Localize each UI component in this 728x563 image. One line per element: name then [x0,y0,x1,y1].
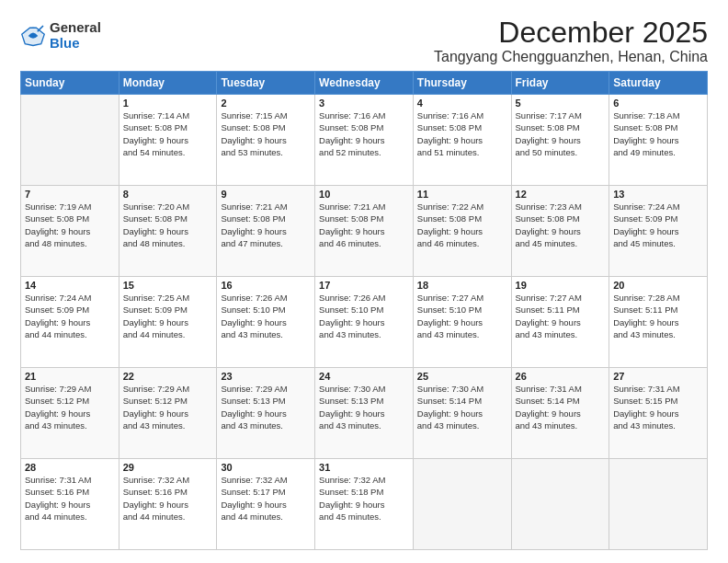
day-info: Sunrise: 7:20 AM Sunset: 5:08 PM Dayligh… [123,201,213,249]
logo-blue-label: Blue [50,36,101,52]
day-info: Sunrise: 7:29 AM Sunset: 5:12 PM Dayligh… [123,383,213,431]
calendar-cell: 30Sunrise: 7:32 AM Sunset: 5:17 PM Dayli… [217,459,315,550]
day-info: Sunrise: 7:21 AM Sunset: 5:08 PM Dayligh… [221,201,311,249]
day-info: Sunrise: 7:19 AM Sunset: 5:08 PM Dayligh… [25,201,115,249]
calendar-header-friday: Friday [511,72,609,95]
logo-text: General Blue [50,20,101,51]
day-number: 30 [221,462,311,473]
day-number: 27 [613,371,703,382]
day-info: Sunrise: 7:29 AM Sunset: 5:12 PM Dayligh… [25,383,115,431]
title-block: December 2025 Tangyang Chengguanzhen, He… [434,17,708,65]
calendar-cell: 10Sunrise: 7:21 AM Sunset: 5:08 PM Dayli… [315,186,414,277]
day-number: 19 [516,280,606,291]
calendar-header-monday: Monday [119,72,217,95]
calendar-cell: 4Sunrise: 7:16 AM Sunset: 5:08 PM Daylig… [413,95,511,186]
day-number: 20 [613,280,703,291]
day-number: 10 [319,189,409,200]
day-info: Sunrise: 7:14 AM Sunset: 5:08 PM Dayligh… [123,109,213,158]
day-info: Sunrise: 7:24 AM Sunset: 5:09 PM Dayligh… [25,292,115,340]
day-number: 28 [25,462,115,473]
header: General Blue December 2025 Tangyang Chen… [20,17,708,65]
calendar-cell: 27Sunrise: 7:31 AM Sunset: 5:15 PM Dayli… [609,368,708,459]
day-info: Sunrise: 7:16 AM Sunset: 5:08 PM Dayligh… [319,109,409,158]
page: General Blue December 2025 Tangyang Chen… [0,0,728,563]
calendar-cell: 24Sunrise: 7:30 AM Sunset: 5:13 PM Dayli… [315,368,414,459]
day-number: 25 [417,371,507,382]
calendar-week-2: 7Sunrise: 7:19 AM Sunset: 5:08 PM Daylig… [21,186,708,277]
calendar-cell [413,459,511,550]
calendar-cell: 29Sunrise: 7:32 AM Sunset: 5:16 PM Dayli… [119,459,217,550]
day-info: Sunrise: 7:26 AM Sunset: 5:10 PM Dayligh… [221,292,311,340]
day-info: Sunrise: 7:26 AM Sunset: 5:10 PM Dayligh… [319,292,409,340]
calendar-cell: 23Sunrise: 7:29 AM Sunset: 5:13 PM Dayli… [217,368,315,459]
calendar-week-3: 14Sunrise: 7:24 AM Sunset: 5:09 PM Dayli… [21,277,708,368]
calendar-cell [21,95,119,186]
calendar-cell: 2Sunrise: 7:15 AM Sunset: 5:08 PM Daylig… [217,95,315,186]
day-number: 3 [319,98,409,109]
calendar-cell: 20Sunrise: 7:28 AM Sunset: 5:11 PM Dayli… [609,277,708,368]
day-number: 21 [25,371,115,382]
day-info: Sunrise: 7:27 AM Sunset: 5:11 PM Dayligh… [516,292,606,340]
calendar-header-thursday: Thursday [413,72,511,95]
day-number: 26 [516,371,606,382]
logo-general-label: General [50,20,101,36]
calendar-header-row: SundayMondayTuesdayWednesdayThursdayFrid… [21,72,708,95]
calendar-cell [511,459,609,550]
day-number: 15 [123,280,213,291]
day-info: Sunrise: 7:18 AM Sunset: 5:08 PM Dayligh… [613,109,703,158]
day-info: Sunrise: 7:32 AM Sunset: 5:17 PM Dayligh… [221,474,311,523]
day-info: Sunrise: 7:30 AM Sunset: 5:14 PM Dayligh… [417,383,507,431]
calendar-cell: 3Sunrise: 7:16 AM Sunset: 5:08 PM Daylig… [315,95,414,186]
calendar-cell: 14Sunrise: 7:24 AM Sunset: 5:09 PM Dayli… [21,277,119,368]
calendar-cell: 11Sunrise: 7:22 AM Sunset: 5:08 PM Dayli… [413,186,511,277]
day-number: 14 [25,280,115,291]
day-number: 11 [417,189,507,200]
day-number: 23 [221,371,311,382]
day-info: Sunrise: 7:16 AM Sunset: 5:08 PM Dayligh… [417,109,507,158]
day-number: 2 [221,98,311,109]
day-info: Sunrise: 7:24 AM Sunset: 5:09 PM Dayligh… [613,201,703,249]
day-number: 6 [613,98,703,109]
calendar-cell: 13Sunrise: 7:24 AM Sunset: 5:09 PM Dayli… [609,186,708,277]
calendar-cell: 8Sunrise: 7:20 AM Sunset: 5:08 PM Daylig… [119,186,217,277]
day-number: 9 [221,189,311,200]
day-number: 17 [319,280,409,291]
calendar-cell: 9Sunrise: 7:21 AM Sunset: 5:08 PM Daylig… [217,186,315,277]
day-info: Sunrise: 7:32 AM Sunset: 5:16 PM Dayligh… [123,474,213,523]
calendar-header-tuesday: Tuesday [217,72,315,95]
day-number: 29 [123,462,213,473]
calendar-cell: 12Sunrise: 7:23 AM Sunset: 5:08 PM Dayli… [511,186,609,277]
calendar-header-wednesday: Wednesday [315,72,414,95]
calendar-cell: 1Sunrise: 7:14 AM Sunset: 5:08 PM Daylig… [119,95,217,186]
calendar-cell: 18Sunrise: 7:27 AM Sunset: 5:10 PM Dayli… [413,277,511,368]
calendar-cell [609,459,708,550]
day-number: 5 [516,98,606,109]
calendar-week-5: 28Sunrise: 7:31 AM Sunset: 5:16 PM Dayli… [21,459,708,550]
day-number: 1 [123,98,213,109]
location-title: Tangyang Chengguanzhen, Henan, China [434,49,708,65]
calendar-cell: 21Sunrise: 7:29 AM Sunset: 5:12 PM Dayli… [21,368,119,459]
day-info: Sunrise: 7:23 AM Sunset: 5:08 PM Dayligh… [516,201,606,249]
day-info: Sunrise: 7:30 AM Sunset: 5:13 PM Dayligh… [319,383,409,431]
day-number: 8 [123,189,213,200]
calendar-cell: 28Sunrise: 7:31 AM Sunset: 5:16 PM Dayli… [21,459,119,550]
calendar-header-sunday: Sunday [21,72,119,95]
calendar-header-saturday: Saturday [609,72,708,95]
calendar-cell: 22Sunrise: 7:29 AM Sunset: 5:12 PM Dayli… [119,368,217,459]
calendar-cell: 5Sunrise: 7:17 AM Sunset: 5:08 PM Daylig… [511,95,609,186]
day-info: Sunrise: 7:29 AM Sunset: 5:13 PM Dayligh… [221,383,311,431]
day-number: 18 [417,280,507,291]
day-info: Sunrise: 7:17 AM Sunset: 5:08 PM Dayligh… [516,109,606,158]
day-number: 31 [319,462,409,473]
day-info: Sunrise: 7:27 AM Sunset: 5:10 PM Dayligh… [417,292,507,340]
logo: General Blue [20,20,101,51]
calendar-cell: 15Sunrise: 7:25 AM Sunset: 5:09 PM Dayli… [119,277,217,368]
calendar-cell: 16Sunrise: 7:26 AM Sunset: 5:10 PM Dayli… [217,277,315,368]
day-info: Sunrise: 7:28 AM Sunset: 5:11 PM Dayligh… [613,292,703,340]
day-number: 4 [417,98,507,109]
day-info: Sunrise: 7:22 AM Sunset: 5:08 PM Dayligh… [417,201,507,249]
day-number: 22 [123,371,213,382]
day-info: Sunrise: 7:32 AM Sunset: 5:18 PM Dayligh… [319,474,409,523]
day-info: Sunrise: 7:25 AM Sunset: 5:09 PM Dayligh… [123,292,213,340]
day-info: Sunrise: 7:15 AM Sunset: 5:08 PM Dayligh… [221,109,311,158]
